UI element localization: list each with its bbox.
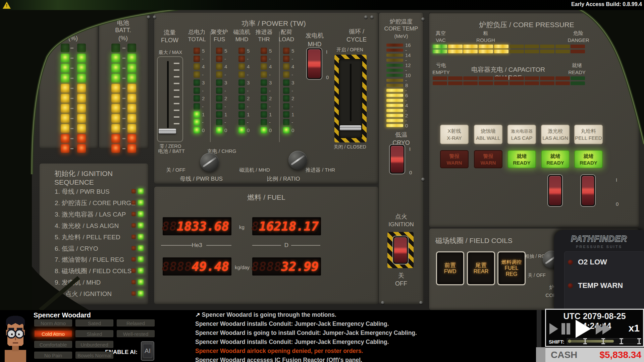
capacitor-led [494,76,508,80]
log-line: Spencer Woodard installs Conduit: Jumper… [195,320,389,327]
capacitor-led [571,81,585,85]
field-coil-rear-button[interactable]: 尾置 REAR [467,251,495,285]
tick-mark [70,118,73,119]
cycle-slider-handle[interactable] [340,125,361,130]
ai-key-button[interactable]: AI [141,341,154,361]
power-bar-segment [283,63,289,70]
shift-tick[interactable] [639,338,640,344]
rough-label: ROUGH [476,37,496,43]
tick-mark [122,68,125,69]
tick-mark [122,88,125,89]
power-bar-label-cn: 配荷 [271,28,302,36]
power-bar-segment [194,103,200,110]
power-bar-scale: 3 [247,79,256,86]
log-arrow-icon: ↗ [195,311,202,318]
step-warn-led [131,268,136,273]
pwr-bus-knob[interactable] [200,153,219,172]
power-bar-scale: 1 [291,111,300,118]
power-bar-scale: - [247,56,256,62]
tick-mark [122,108,125,109]
rough-label-cn: 粗 [476,30,496,37]
cash-label: CASH [551,350,577,360]
shift-tick[interactable] [621,338,622,344]
d-rate-display: 888832.99 [252,257,321,276]
ignition-step-label: 9. 发电机 / MHD [55,278,101,287]
ignition-step-label: 1. 母线 / PWR BUS [55,187,110,196]
power-bar-segment [216,111,222,118]
core-temp-segment [386,119,403,122]
power-bar-segment [194,71,200,78]
mood-badge: Sated [75,319,113,326]
flow-slider[interactable] [157,56,183,142]
flow-tick [174,76,179,77]
pause-button[interactable] [561,323,565,335]
subsystem-button-x-ray[interactable]: X射线X-RAY [440,125,469,144]
pressure-led [433,50,447,53]
shift-tick[interactable] [585,338,586,344]
power-bar-scale: - [224,71,233,78]
shift-tick[interactable] [603,338,604,344]
ignition-off-label-cn: 关 [381,272,421,280]
power-bar-segment [194,127,200,133]
fast-forward-button[interactable] [602,323,611,335]
cycle-slider[interactable] [334,55,367,142]
pause-button[interactable] [567,323,570,335]
play-slow-button[interactable] [549,323,558,335]
button-label-cn: 激光电容器 [511,128,533,134]
panel-screw [419,301,423,304]
fuel-reg-button-en: FUEL REG [500,265,523,278]
knob-pointer [291,155,305,166]
field-coil-fwd-button[interactable]: 前置 FWD [436,251,464,285]
ratio-knob[interactable] [288,151,307,170]
log-line: Spencer Woodard airlock opening denied, … [195,348,363,355]
play-button[interactable] [576,320,591,338]
button-label-cn: 丸给料 [581,128,596,134]
lamp-label-en: WARN [481,160,496,166]
tick-mark [122,78,125,79]
battery-led-cell [111,44,120,52]
cryo-switch[interactable] [389,144,405,174]
flow-slider-handle[interactable] [159,129,176,134]
pressure-switch-2[interactable] [580,174,596,207]
scrollbar-track[interactable] [537,310,541,347]
cryo-label-cn: 低温 [381,131,421,139]
ignition-step-label: 8. 磁场线圈 / FIELD COILS [55,267,131,276]
off-label: 关 / OFF [520,273,553,279]
power-bar-segment [216,103,222,110]
mhd-generator-switch[interactable] [306,48,322,80]
subsystem-button-las-align[interactable]: 激光校LAS ALIGN [541,125,570,144]
crew-portrait[interactable] [1,314,30,362]
core-temp-title-en: CORE TEMP [381,25,421,32]
subsystem-button-las-cap[interactable]: 激光电容器LAS CAP [507,125,536,144]
tick-mark [70,98,73,99]
battery1-unit: (%) [53,35,93,42]
pressure-led [571,45,585,48]
ignition-switch[interactable] [392,236,409,264]
pressure-switch-1[interactable] [547,174,563,207]
status-lamp-ready: 就绪READY [541,150,570,168]
flow-tick [174,83,179,84]
shift-slider[interactable] [567,338,641,344]
mood-badge: Cold Atmo [34,330,72,337]
cycle-open-label: 开启 / OPEN [330,47,370,53]
cryo-off-label: 0 [409,170,416,175]
pathfinder-device: PATHFINDER PRESSURE SUITS O2 LOW TEMP WA… [554,230,644,310]
tick-mark [70,58,73,59]
subsystem-button-pell-feed[interactable]: 丸给料PELL FEED [574,125,603,144]
power-bar-segment [261,63,267,70]
shift-label: SHIFT: [549,339,565,345]
capacitor-led [509,76,524,80]
scrollbar-thumb[interactable] [536,347,545,362]
danger-label: DANGER [566,37,591,43]
power-bar-segment [261,111,267,118]
capacitor-led [525,81,539,85]
power-bar-scale: - [291,103,300,110]
core-temp-segment [386,124,403,127]
button-label-en: ABL WALL [476,135,500,141]
battery-led-cell [61,94,69,103]
power-bar-segment [238,103,245,110]
subsystem-button-abl-wall[interactable]: 烧蚀墙ABL WALL [474,125,502,144]
ignition-step: 2. 炉腔清压 / CORE PURGE [40,199,148,207]
capacitor-led [433,81,447,85]
pressure-led [555,50,570,53]
